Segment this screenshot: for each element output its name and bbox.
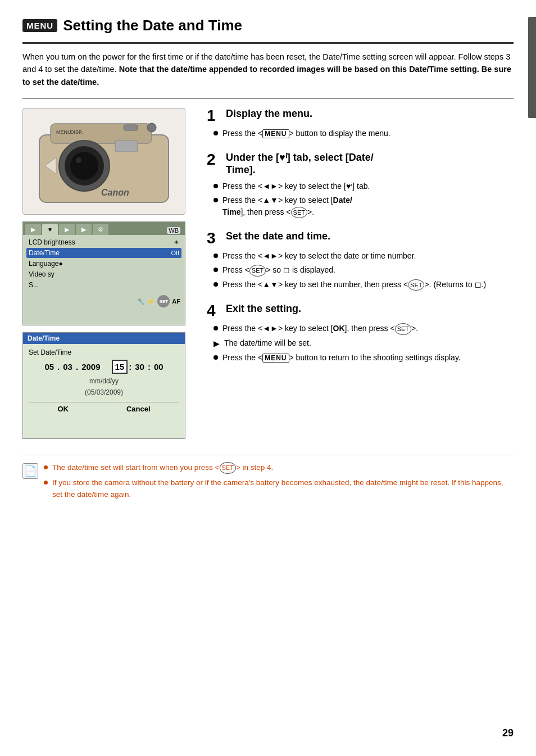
step-2-bullet-1-text: Press the <◄►> key to select the [♥ⁱ] ta… [222, 180, 514, 192]
menu-row-s-label: S... [29, 281, 179, 289]
menu-tabs: ▶ ♥ ▶ ▶ ⚙ WB [23, 222, 185, 235]
dt-dot-1: . [57, 362, 60, 372]
menu-tab-4: ⚙ [93, 224, 108, 235]
camera-image-top: MENU DISP. Canon [22, 108, 185, 215]
menu-set-btn: SET [157, 295, 170, 307]
header-line [22, 42, 514, 44]
wb-label: WB [167, 227, 180, 234]
section-divider [22, 98, 514, 99]
dt-format: mm/dd/yy [89, 377, 119, 385]
step-4-header: 4 Exit the setting. [207, 303, 514, 319]
svg-text:Canon: Canon [101, 188, 129, 197]
menu-row-video-label: Video sy [29, 270, 179, 278]
step-3-title: Set the date and time. [226, 230, 330, 243]
note-1-bullet [44, 465, 48, 469]
dt-ok-btn[interactable]: OK [57, 405, 69, 413]
bullet-dot-2-1 [214, 184, 218, 188]
note-2-bullet [44, 481, 48, 485]
page-title: Setting the Date and Time [63, 17, 242, 34]
step-3-header: 3 Set the date and time. [207, 230, 514, 246]
step-2-bullet-2: Press the <▲▼> key to select [Date/Time]… [214, 194, 514, 219]
dt-day: 03 [61, 361, 75, 373]
dt-colon-2: : [148, 362, 151, 372]
dt-time-row: 05 . 03 . 2009 15 : 30 : 00 [42, 360, 165, 374]
menu-row-lcd: LCD brightness ☀ [26, 237, 181, 247]
menu-badge: MENU [22, 19, 57, 32]
dt-title-bar: Date/Time [23, 333, 185, 344]
bullet-dot-4-1 [214, 326, 218, 331]
menu-row-lcd-label: LCD brightness [29, 238, 174, 246]
menu-row-datetime-label: Date/Time [29, 249, 171, 257]
svg-text:DISP.: DISP. [70, 129, 83, 135]
notes-icon: 📄 [22, 463, 38, 479]
step-3-bullet-2: Press <SET> so ◻ is displayed. [214, 264, 514, 277]
dt-footer: OK Cancel [29, 402, 179, 417]
step-2-bullets: Press the <◄►> key to select the [♥ⁱ] ta… [214, 180, 514, 219]
dt-cancel-btn[interactable]: Cancel [126, 405, 151, 413]
menu-tab-2: ▶ [59, 224, 75, 235]
bullet-dot-4-3 [214, 355, 218, 360]
menu-content: LCD brightness ☀ Date/Time Off Language●… [23, 235, 185, 293]
bullet-dot-3-1 [214, 253, 218, 258]
svg-rect-6 [115, 141, 138, 152]
dt-dot-2: . [76, 362, 78, 372]
menu-icon-1: 🔧 [137, 298, 145, 305]
note-1: The date/time set will start from when y… [44, 462, 514, 474]
step-1-block: 1 Display the menu. Press the <MENU> but… [207, 108, 514, 139]
bullet-dot-3-3 [214, 282, 218, 287]
step-3-bullet-3: Press the <▲▼> key to set the number, th… [214, 279, 514, 291]
step-1-bullet-1: Press the <MENU> button to display the m… [214, 128, 514, 139]
step-3-bullets: Press the <◄►> key to select the date or… [214, 250, 514, 291]
step-4-block: 4 Exit the setting. Press the <◄►> key t… [207, 303, 514, 364]
step-1-bullet-1-text: Press the <MENU> button to display the m… [222, 128, 514, 139]
datetime-screen: Date/Time Set Date/Time 05 . 03 . 2009 1… [22, 332, 185, 439]
sidebar-accent [528, 17, 536, 118]
menu-af-label: AF [172, 298, 180, 305]
notes-list: The date/time set will start from when y… [44, 462, 514, 504]
menu-row-lcd-value: ☀ [174, 239, 179, 246]
menu-bottom-icons: 🔧 ⚡ SET AF [23, 293, 185, 309]
menu-row-language: Language● [26, 259, 181, 269]
step-1-number: 1 [207, 108, 220, 124]
menu-tab-3: ▶ [76, 224, 92, 235]
menu-row-s: S... [26, 280, 181, 290]
step-2-title: Under the [♥ⁱ] tab, select [Date/Time]. [226, 152, 374, 176]
bullet-dot-2-2 [214, 198, 218, 202]
menu-row-datetime: Date/Time Off [26, 248, 181, 258]
dt-date-parens: (05/03/2009) [85, 388, 123, 396]
step-4-bullet-2: ▶ The date/time will be set. [214, 337, 514, 350]
menu-icon-2: ⚡ [147, 298, 155, 305]
step-3-bullet-2-text: Press <SET> so ◻ is displayed. [222, 264, 514, 277]
notes-section: 📄 The date/time set will start from when… [22, 455, 514, 504]
svg-point-4 [70, 152, 98, 180]
step-2-block: 2 Under the [♥ⁱ] tab, select [Date/Time]… [207, 152, 514, 218]
dt-hour: 15 [112, 360, 128, 374]
dt-minute: 30 [133, 361, 147, 373]
step-2-number: 2 [207, 152, 220, 168]
step-1-header: 1 Display the menu. [207, 108, 514, 124]
step-3-block: 3 Set the date and time. Press the <◄►> … [207, 230, 514, 291]
svg-point-5 [76, 157, 81, 163]
step-3-bullet-3-text: Press the <▲▼> key to set the number, th… [222, 279, 514, 291]
note-1-text: The date/time set will start from when y… [52, 462, 273, 474]
step-4-number: 4 [207, 303, 220, 319]
dt-subtitle: Set Date/Time [29, 348, 71, 356]
dt-body: Set Date/Time 05 . 03 . 2009 15 : 30 : 0… [23, 344, 185, 421]
dt-month: 05 [42, 361, 56, 373]
step-3-bullet-1: Press the <◄►> key to select the date or… [214, 250, 514, 262]
step-4-bullet-2-text: The date/time will be set. [224, 337, 514, 349]
dt-colon-1: : [129, 362, 131, 372]
menu-row-language-label: Language● [29, 260, 179, 268]
menu-tab-1-active: ♥ [42, 224, 58, 235]
svg-point-11 [147, 123, 156, 132]
step-4-title: Exit the setting. [226, 303, 301, 315]
menu-row-video: Video sy [26, 269, 181, 279]
page-number: 29 [502, 727, 514, 739]
svg-text:MENU: MENU [56, 129, 71, 135]
step-4-bullet-1-text: Press the <◄►> key to select [OK], then … [222, 323, 514, 335]
note-2: If you store the camera without the batt… [44, 477, 514, 501]
left-column: MENU DISP. Canon ▶ ♥ ▶ ▶ ⚙ WB [22, 108, 197, 443]
steps-wrapper: MENU DISP. Canon ▶ ♥ ▶ ▶ ⚙ WB [22, 108, 514, 443]
camera-svg-top: MENU DISP. Canon [28, 112, 180, 211]
step-3-number: 3 [207, 230, 220, 246]
